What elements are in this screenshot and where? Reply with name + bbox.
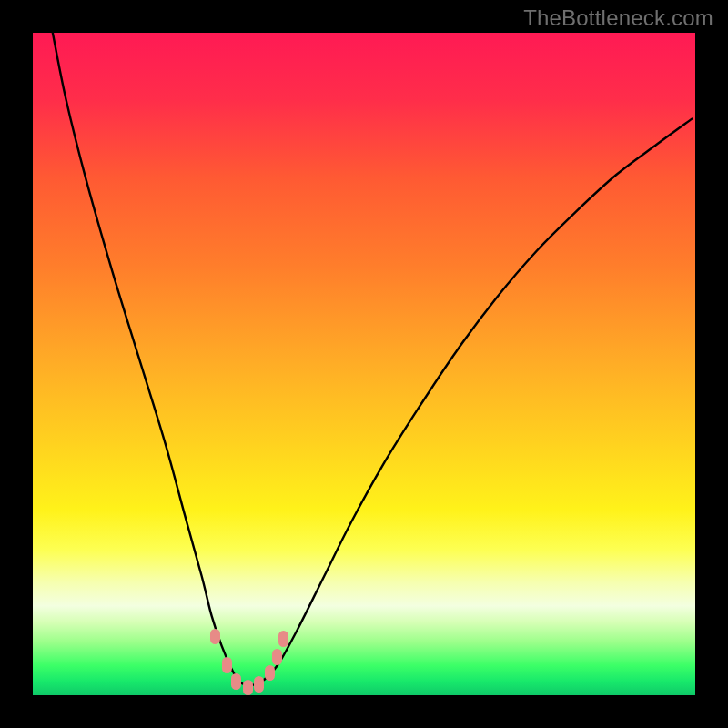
data-marker: [278, 631, 288, 647]
bottleneck-curve: [53, 33, 693, 685]
data-marker: [254, 676, 264, 693]
data-marker: [222, 657, 232, 673]
curve-layer: [33, 33, 695, 695]
data-marker: [231, 673, 241, 690]
data-marker: [210, 629, 220, 645]
plot-area: [33, 33, 695, 695]
data-marker: [272, 649, 282, 665]
chart-frame: TheBottleneck.com: [0, 0, 728, 728]
watermark-text: TheBottleneck.com: [523, 5, 713, 31]
data-marker: [243, 680, 253, 695]
data-marker: [265, 665, 275, 682]
